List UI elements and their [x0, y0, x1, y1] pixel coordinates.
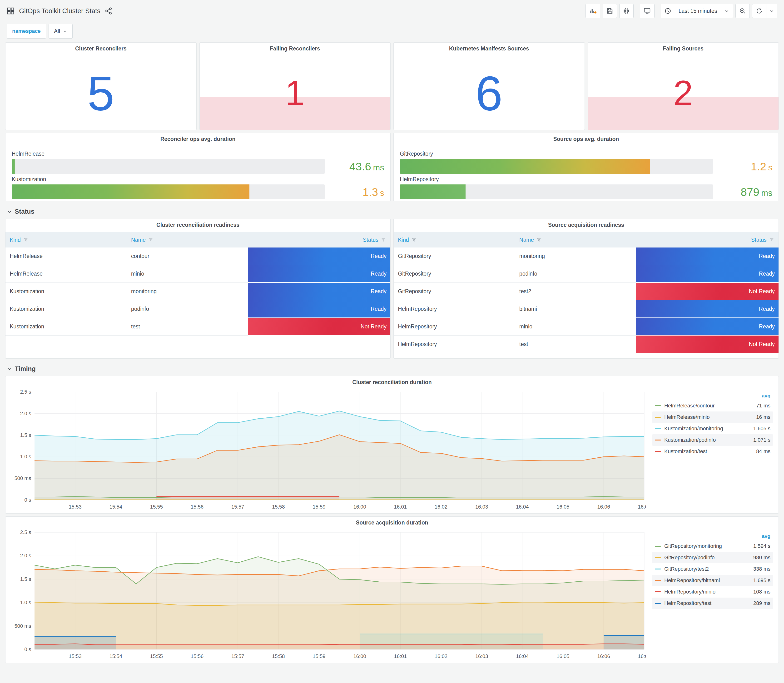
panel-title[interactable]: Cluster Reconcilers: [5, 45, 196, 52]
legend-series-swatch: [655, 451, 661, 452]
legend-series-avg: 1.695 s: [753, 577, 770, 584]
legend-series-label[interactable]: HelmRelease/contour: [664, 402, 753, 409]
column-header-name[interactable]: Name: [127, 232, 248, 247]
legend-series-label[interactable]: GitRepository/test2: [664, 566, 750, 572]
column-header-label: Status: [363, 237, 378, 243]
column-header-kind[interactable]: Kind: [5, 232, 127, 247]
bar-gauge-panel: Reconciler ops avg. durationHelmRelease4…: [5, 133, 391, 201]
time-picker-button[interactable]: Last 15 minutes: [661, 4, 733, 18]
column-header-status[interactable]: Status: [636, 232, 779, 247]
panel-title[interactable]: Cluster reconciliation readiness: [5, 222, 390, 228]
dashboard-grid-icon[interactable]: [6, 7, 15, 15]
cycle-view-button[interactable]: [640, 4, 654, 18]
cell-name: test: [515, 335, 636, 353]
gauge-bar: 43.6ms: [12, 159, 384, 174]
gauge-row: HelmRelease43.6ms: [12, 151, 384, 174]
legend-row: Kustomization/monitoring1.605 s: [653, 423, 773, 434]
legend-series-swatch: [655, 405, 661, 406]
panel-title[interactable]: Source acquisition readiness: [394, 222, 779, 228]
gauge-bar: 1.3s: [12, 184, 384, 199]
panel-title[interactable]: Failing Reconcilers: [200, 45, 391, 52]
axis-tick-label: 16:00: [353, 654, 366, 659]
section-timing[interactable]: Timing: [5, 361, 779, 376]
refresh-button[interactable]: [752, 4, 766, 18]
cell-name: podinfo: [127, 300, 248, 318]
time-range-label: Last 15 minutes: [674, 8, 721, 14]
variable-value-dropdown[interactable]: All: [48, 24, 73, 38]
cell-kind: Kustomization: [5, 282, 127, 300]
gauge-bar: 879ms: [400, 184, 772, 199]
legend-row: HelmRepository/test289 ms: [653, 598, 773, 609]
legend-row: HelmRepository/bitnami1.695 s: [653, 575, 773, 586]
filter-icon[interactable]: [381, 237, 386, 242]
cell-kind: Kustomization: [5, 318, 127, 335]
legend-series-label[interactable]: GitRepository/monitoring: [664, 543, 750, 549]
panel-title[interactable]: Source ops avg. duration: [394, 136, 779, 142]
gauges-row: Reconciler ops avg. durationHelmRelease4…: [5, 133, 779, 201]
panel-title[interactable]: Failing Sources: [588, 45, 779, 52]
table-row: KustomizationtestNot Ready: [5, 318, 390, 335]
panel-title[interactable]: Source acquisition duration: [5, 519, 779, 526]
legend-series-swatch: [655, 580, 661, 581]
panel-title[interactable]: Kubernetes Manifests Sources: [394, 45, 585, 52]
legend-series-label[interactable]: HelmRepository/minio: [664, 589, 750, 595]
refresh-interval-dropdown[interactable]: [766, 4, 778, 18]
readiness-table-panel: Cluster reconciliation readinessKindName…: [5, 219, 391, 359]
legend-series-label[interactable]: Kustomization/podinfo: [664, 437, 750, 443]
panel-title[interactable]: Cluster reconciliation duration: [5, 379, 779, 386]
stat-panel: Cluster Reconcilers5: [5, 42, 197, 130]
legend-series-label[interactable]: Kustomization/monitoring: [664, 425, 750, 432]
legend-series-label[interactable]: Kustomization/test: [664, 448, 753, 455]
axis-tick-label: 16:02: [434, 654, 447, 659]
axis-tick-label: 15:53: [69, 504, 82, 510]
share-icon[interactable]: [105, 7, 112, 15]
cell-name: contour: [127, 247, 248, 265]
cell-status: Not Ready: [636, 282, 779, 300]
axis-tick-label: 16:06: [597, 654, 610, 659]
cell-name: minio: [515, 318, 636, 335]
filter-icon[interactable]: [536, 237, 542, 242]
axis-tick-label: 15:58: [272, 654, 285, 659]
table-row: HelmReleasecontourReady: [5, 247, 390, 265]
gauge-value-unit: s: [768, 163, 773, 172]
axis-tick-label: 16:03: [475, 654, 488, 659]
axis-tick-label: 15:58: [272, 504, 285, 510]
column-header-status[interactable]: Status: [248, 232, 390, 247]
table-row: HelmRepositorytestNot Ready: [394, 335, 779, 353]
filter-icon[interactable]: [769, 237, 774, 242]
time-series-svg[interactable]: 0 s500 ms1.0 s1.5 s2.0 s2.5 s15:5315:541…: [9, 388, 646, 511]
dashboard-header: GitOps Toolkit Cluster Stats: [5, 0, 779, 21]
filter-icon[interactable]: [148, 237, 153, 242]
tables-row: Cluster reconciliation readinessKindName…: [5, 219, 779, 359]
column-header-kind[interactable]: Kind: [394, 232, 515, 247]
filter-icon[interactable]: [411, 237, 417, 242]
status-badge: Ready: [248, 247, 390, 265]
time-series-svg[interactable]: 0 s500 ms1.0 s1.5 s2.0 s2.5 s15:5315:541…: [9, 529, 646, 661]
legend-series-label[interactable]: HelmRepository/test: [664, 600, 750, 606]
refresh-button-group: [752, 4, 778, 18]
cell-name: test: [127, 318, 248, 335]
cell-name: monitoring: [127, 282, 248, 300]
grafana-dashboard: GitOps Toolkit Cluster Stats: [0, 0, 784, 683]
add-panel-button[interactable]: [585, 4, 600, 18]
gauge-bar: 1.2s: [400, 159, 772, 174]
gauge-value: 879ms: [713, 185, 772, 199]
dashboard-settings-button[interactable]: [619, 4, 633, 18]
axis-tick-label: 15:56: [191, 654, 204, 659]
legend-series-label[interactable]: HelmRepository/bitnami: [664, 577, 750, 584]
axis-tick-label: 1.0 s: [20, 454, 31, 460]
zoom-out-button[interactable]: [736, 4, 750, 18]
legend-series-swatch: [655, 569, 661, 569]
filter-icon[interactable]: [23, 237, 28, 242]
cell-status: Ready: [248, 247, 390, 265]
legend-row: Kustomization/test84 ms: [653, 446, 773, 457]
status-badge: Not Ready: [636, 335, 779, 353]
section-status[interactable]: Status: [5, 204, 779, 219]
series-fill: [35, 637, 116, 649]
save-dashboard-button[interactable]: [603, 4, 617, 18]
status-badge: Ready: [636, 265, 779, 282]
legend-series-label[interactable]: GitRepository/podinfo: [664, 555, 750, 561]
panel-title[interactable]: Reconciler ops avg. duration: [5, 136, 390, 142]
legend-series-label[interactable]: HelmRelease/minio: [664, 414, 753, 420]
column-header-name[interactable]: Name: [515, 232, 636, 247]
